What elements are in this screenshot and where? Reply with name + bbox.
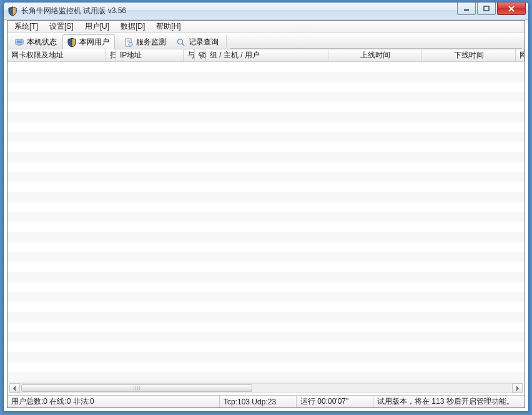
app-shield-icon [7, 6, 17, 16]
svg-rect-4 [17, 45, 21, 46]
list-header: 网卡权限及地址 扫 IP地址 与 锁 组 / 主机 / 用户 上线时间 下线时间… [7, 49, 525, 62]
col-scan[interactable]: 扫 [106, 49, 116, 61]
scroll-track[interactable] [20, 383, 512, 393]
status-netio: Tcp:103 Udp:23 [220, 396, 297, 408]
status-users: 用户总数:0 在线:0 非法:0 [7, 396, 220, 408]
toolbar-separator [226, 35, 227, 48]
computer-icon [14, 38, 24, 48]
col-offline-time[interactable]: 下线时间 [422, 49, 516, 61]
h-scrollbar[interactable] [9, 382, 523, 393]
statusbar: 用户总数:0 在线:0 非法:0 Tcp:103 Udp:23 运行 00:00… [7, 395, 525, 408]
svg-rect-1 [484, 6, 489, 11]
tab-label: 记录查询 [189, 37, 219, 48]
minimize-button[interactable] [457, 2, 476, 15]
col-ip[interactable]: IP地址 [116, 49, 184, 61]
close-button[interactable] [497, 2, 526, 15]
tab-label: 服务监测 [136, 37, 166, 48]
list-body[interactable] [7, 62, 525, 382]
svg-point-8 [129, 42, 132, 46]
menu-user[interactable]: 用户[U] [79, 20, 115, 33]
tab-label: 本机状态 [27, 37, 57, 48]
col-nic-permission[interactable]: 网卡权限及地址 [7, 49, 106, 61]
maximize-button[interactable] [477, 2, 496, 15]
svg-rect-3 [17, 40, 22, 43]
scroll-thumb[interactable] [21, 384, 252, 392]
shield-icon [67, 38, 77, 48]
status-trial: 试用版本，将在 113 秒后开启管理功能。 [373, 396, 525, 408]
menu-system[interactable]: 系统[T] [9, 20, 44, 33]
titlebar[interactable]: 长角牛网络监控机 试用版 v3.56 [4, 2, 528, 20]
status-runtime: 运行 00:00'07" [297, 396, 373, 408]
menu-settings[interactable]: 设置[S] [44, 20, 79, 33]
col-with[interactable]: 与 [184, 49, 195, 61]
tab-network-users[interactable]: 本网用户 [62, 34, 115, 49]
tab-label: 本网用户 [79, 37, 109, 48]
col-group-host[interactable]: 组 / 主机 / 用户 [206, 49, 328, 61]
col-net[interactable]: 网 [516, 49, 525, 61]
toolbar-separator [117, 35, 117, 48]
svg-point-9 [178, 39, 183, 44]
document-gear-icon [124, 38, 134, 48]
app-window: 长角牛网络监控机 试用版 v3.56 系统[T] 设置[S] 用户[U] 数据[… [3, 2, 529, 412]
col-lock[interactable]: 锁 [195, 49, 206, 61]
window-title: 长角牛网络监控机 试用版 v3.56 [21, 6, 126, 16]
magnifier-icon [176, 38, 186, 48]
col-online-time[interactable]: 上线时间 [328, 49, 422, 61]
tab-local-status[interactable]: 本机状态 [10, 34, 62, 49]
menubar: 系统[T] 设置[S] 用户[U] 数据[D] 帮助[H] [7, 21, 525, 33]
menu-help[interactable]: 帮助[H] [150, 20, 186, 33]
toolbar: 本机状态 本网用户 [7, 33, 525, 49]
scroll-right-button[interactable] [512, 383, 523, 393]
svg-line-10 [182, 43, 185, 46]
tab-service-monitor[interactable]: 服务监测 [119, 34, 172, 49]
scroll-left-button[interactable] [9, 383, 20, 393]
tab-log-query[interactable]: 记录查询 [172, 34, 224, 49]
client-area: 系统[T] 设置[S] 用户[U] 数据[D] 帮助[H] 本机状态 [7, 20, 525, 408]
window-controls [457, 2, 528, 15]
menu-data[interactable]: 数据[D] [115, 20, 150, 33]
